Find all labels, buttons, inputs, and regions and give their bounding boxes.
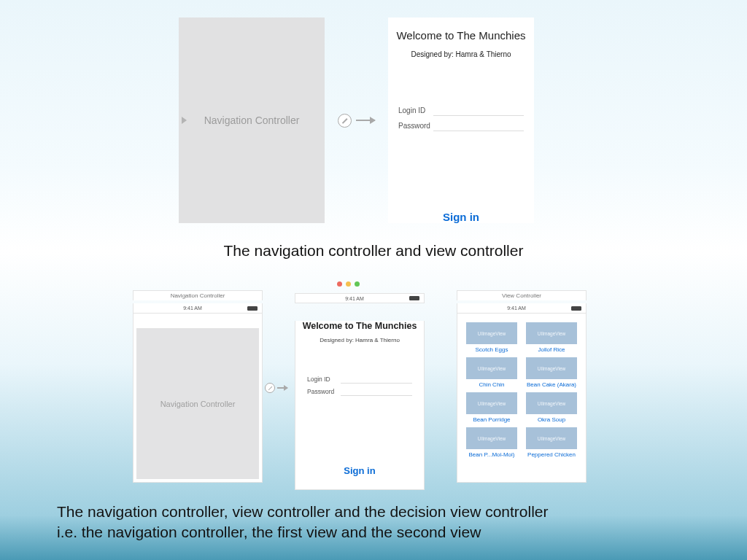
password-label: Password: [307, 388, 341, 395]
battery-icon: [571, 306, 581, 311]
designed-by-small: Designed by: Hamra & Thierno: [295, 337, 424, 343]
imageview-placeholder: UIImageView: [466, 392, 517, 414]
segue-arrow-icon: [338, 114, 375, 128]
welcome-title-small: Welcome to The Munchies: [295, 321, 424, 331]
grid-item[interactable]: UIImageViewPeppered Chicken: [526, 427, 577, 458]
designed-by-label: Designed by: Hamra & Thierno: [395, 50, 527, 58]
grid-item-label: Bean Porridge: [466, 416, 517, 423]
grid-item[interactable]: UIImageViewBean Porridge: [466, 392, 517, 423]
grid-item[interactable]: UIImageViewJollof Rice: [526, 322, 577, 353]
status-time: 9:41 AM: [507, 306, 526, 311]
grid-item[interactable]: UIImageViewChin Chin: [466, 357, 517, 388]
password-field[interactable]: [433, 120, 524, 131]
imageview-placeholder: UIImageView: [466, 427, 517, 449]
window-traffic-lights: [295, 281, 425, 287]
close-icon[interactable]: [337, 281, 342, 287]
password-field[interactable]: [341, 386, 412, 396]
password-label: Password: [398, 122, 433, 130]
login-view-small: 9:41 AM Welcome to The Munchies Designed…: [295, 293, 425, 490]
minimize-icon[interactable]: [346, 281, 351, 287]
segue-anchor-icon: [182, 117, 187, 124]
imageview-placeholder: UIImageView: [526, 392, 577, 414]
card-header: View Controller: [457, 290, 587, 300]
nav-controller-label-small: Navigation Controller: [160, 400, 236, 408]
imageview-placeholder: UIImageView: [466, 322, 517, 344]
welcome-title: Welcome to The Munchies: [395, 29, 527, 42]
battery-icon: [409, 296, 419, 300]
login-form: Login ID Password: [395, 105, 527, 131]
top-storyboard-pair: Navigation Controller Welcome to The Mun…: [179, 18, 534, 223]
navigation-controller-card-small: Navigation Controller 9:41 AM Navigation…: [133, 293, 263, 483]
grid-item-label: Bean P...Moi-Moi): [466, 451, 517, 458]
battery-icon: [247, 306, 258, 311]
login-id-field[interactable]: [433, 105, 524, 116]
grid-item-label: Peppered Chicken: [526, 451, 577, 458]
grid-item[interactable]: UIImageViewBean Cake (Akara): [526, 357, 577, 388]
caption-2: The navigation controller, view controll…: [57, 502, 549, 543]
grid-item[interactable]: UIImageViewOkra Soup: [526, 392, 577, 423]
navigation-controller-card-large: Navigation Controller: [179, 18, 325, 223]
imageview-placeholder: UIImageView: [526, 427, 577, 449]
grid-item-label: Chin Chin: [466, 381, 517, 388]
grid-item-label: Scotch Eggs: [466, 346, 517, 353]
caption-2-line-1: The navigation controller, view controll…: [57, 502, 549, 522]
status-bar: 9:41 AM: [133, 303, 263, 314]
segue-arrow-icon: [265, 383, 287, 393]
zoom-icon[interactable]: [355, 281, 360, 287]
food-grid: UIImageViewScotch Eggs UIImageViewJollof…: [457, 314, 586, 461]
grid-item-label: Okra Soup: [526, 416, 577, 423]
status-time: 9:41 AM: [345, 296, 364, 301]
imageview-placeholder: UIImageView: [526, 357, 577, 379]
caption-1: The navigation controller and view contr…: [0, 242, 747, 260]
status-bar: 9:41 AM: [457, 303, 587, 314]
bottom-storyboard-triple: Navigation Controller 9:41 AM Navigation…: [133, 293, 587, 490]
grid-item-label: Bean Cake (Akara): [526, 381, 577, 388]
nav-controller-label: Navigation Controller: [204, 114, 300, 126]
status-bar: 9:41 AM: [295, 293, 425, 303]
grid-item[interactable]: UIImageViewBean P...Moi-Moi): [466, 427, 517, 458]
caption-2-line-2: i.e. the navigation controller, the firs…: [57, 522, 549, 542]
imageview-placeholder: UIImageView: [466, 357, 517, 379]
signin-button[interactable]: Sign in: [388, 211, 534, 223]
signin-button[interactable]: Sign in: [295, 465, 424, 476]
decision-view-small: View Controller 9:41 AM UIImageViewScotc…: [457, 293, 587, 483]
login-id-label: Login ID: [307, 376, 341, 383]
grid-item[interactable]: UIImageViewScotch Eggs: [466, 322, 517, 353]
status-time: 9:41 AM: [183, 306, 202, 311]
imageview-placeholder: UIImageView: [526, 322, 577, 344]
welcome-view-large: Welcome to The Munchies Designed by: Ham…: [388, 18, 534, 223]
login-id-label: Login ID: [398, 106, 433, 114]
login-id-field[interactable]: [341, 374, 412, 384]
login-form-small: Login ID Password: [295, 374, 424, 396]
grid-item-label: Jollof Rice: [526, 346, 577, 353]
card-header: Navigation Controller: [133, 290, 263, 300]
